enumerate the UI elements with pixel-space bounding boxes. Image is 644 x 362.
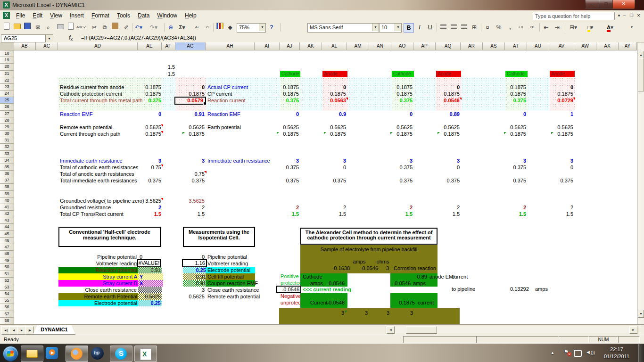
cell-sheet-r37-label[interactable]: Total immediate earth resistances xyxy=(60,178,137,184)
half-cell-row-label[interactable]: Stray current B xyxy=(58,280,138,287)
cell-series1-r25[interactable]: 0.0563 xyxy=(330,98,346,104)
iso-row-label[interactable]: Pipeline potential xyxy=(207,254,247,260)
cell-sheet-af20[interactable]: 1.5 xyxy=(168,64,175,70)
cell-sheet-r27-ag[interactable]: 0.91 xyxy=(195,111,205,117)
cell-series0-r23[interactable]: 0.1875 xyxy=(283,84,299,90)
row-header-20[interactable]: 20 xyxy=(0,64,14,70)
row-header-39[interactable]: 39 xyxy=(0,191,14,197)
half-cell-row-label[interactable]: Electrode potential xyxy=(58,300,138,306)
half-cell-row-label[interactable]: Voltmeter reading xyxy=(58,260,137,267)
cell-sheet-r27-ah[interactable]: Reaction EMF xyxy=(207,111,240,117)
cell-sheet-r42-label[interactable]: Total CP Trans/Rect current xyxy=(60,211,124,217)
cell-series1-r37[interactable]: 0.375 xyxy=(333,178,346,184)
current-value[interactable]: -0.0546 xyxy=(316,300,345,306)
iso-row-label[interactable]: Close earth resistance xyxy=(207,287,259,293)
cell-series4-r41[interactable]: 2 xyxy=(523,205,526,211)
cell-sheet-r25-ah[interactable]: Reaction current xyxy=(207,98,246,104)
cell-series3-r35[interactable]: 0 xyxy=(457,165,460,171)
half-cell-row-label[interactable]: Pipeline potential xyxy=(58,254,137,260)
row-header-56[interactable]: 56 xyxy=(0,304,14,311)
resistance-value[interactable]: 3 xyxy=(330,310,344,316)
cell-series1-r23[interactable]: 0 xyxy=(343,84,346,90)
power-icon[interactable] xyxy=(574,350,582,357)
cell-sheet-r42-ag[interactable]: 1.5 xyxy=(198,211,205,217)
column-header-AR[interactable]: AR xyxy=(461,42,483,50)
cell-series4-r37[interactable]: 0.375 xyxy=(513,178,526,184)
row-header-40[interactable]: 40 xyxy=(0,197,14,204)
column-header-AD[interactable]: AD xyxy=(58,42,138,50)
cell-sheet-r35-label[interactable]: Total of cathodic earth resistances xyxy=(60,165,138,171)
next-sheet-icon[interactable]: ► xyxy=(17,326,26,335)
cell-series5-r30[interactable]: 0.1875 xyxy=(557,131,573,137)
cell-series2-r24[interactable]: 0.1875 xyxy=(396,91,413,97)
anode-amps-value[interactable]: -0.0546 xyxy=(382,280,411,287)
cell-series1-r34[interactable]: 3 xyxy=(343,158,346,164)
row-header-29[interactable]: 29 xyxy=(0,124,14,131)
cell-series5-r25[interactable]: 0.0729 xyxy=(557,98,573,104)
cell-series0-r35[interactable]: 0.375 xyxy=(286,165,299,171)
cell-series1-r24[interactable]: 0.1875 xyxy=(330,91,346,97)
cell-series3-r29[interactable]: 0.5625 xyxy=(444,124,460,131)
cell-sheet-r29-ag[interactable]: 0.5625 xyxy=(189,124,205,131)
worksheet[interactable]: Conventional 'Half-cell' electrode measu… xyxy=(0,0,644,362)
row-header-50[interactable]: 50 xyxy=(0,264,14,271)
row-header-28[interactable]: 28 xyxy=(0,117,14,124)
cell-series5-r41[interactable]: 2 xyxy=(570,205,573,211)
column-header-AT[interactable]: AT xyxy=(505,42,527,50)
scroll-left-icon[interactable]: ◄ xyxy=(387,326,395,334)
column-header-AV[interactable]: AV xyxy=(549,42,574,50)
iso-row-label[interactable]: Electrode potential xyxy=(206,267,255,273)
cell-sheet-r42-ae[interactable]: 1.5 xyxy=(154,211,161,217)
half-cell-row-label[interactable]: Stray current A xyxy=(58,273,138,280)
row-header-48[interactable]: 48 xyxy=(0,251,14,257)
iso-row-value[interactable]: 0.25 xyxy=(183,267,207,273)
cell-series2-r35[interactable]: 0.375 xyxy=(399,165,413,171)
column-header-AC[interactable]: AC xyxy=(36,42,58,50)
cell-sheet-r34-ah[interactable]: Immediate earth resistance xyxy=(207,158,270,164)
cell-series1-r35[interactable]: 0 xyxy=(343,165,346,171)
half-cell-row-value[interactable]: 0.25 xyxy=(138,300,162,306)
scroll-up-icon[interactable]: ▲ xyxy=(638,51,644,59)
row-header-35[interactable]: 35 xyxy=(0,164,14,171)
column-header-AN[interactable]: AN xyxy=(369,42,391,50)
cell-series0-r24[interactable]: 0.1875 xyxy=(283,91,299,97)
cell-series0-r37[interactable]: 0.375 xyxy=(286,178,299,184)
column-header-AO[interactable]: AO xyxy=(391,42,413,50)
iso-row-label[interactable]: Voltmeter reading xyxy=(207,260,248,267)
cell-sheet-r29-ae[interactable]: 0.5625 xyxy=(145,124,161,131)
taskbar-windows-explorer[interactable] xyxy=(21,346,43,362)
row-header-55[interactable]: 55 xyxy=(0,297,14,304)
taskbar-skype[interactable]: S xyxy=(110,346,132,362)
cell-sheet-r24-ae[interactable]: 0.1875 xyxy=(145,91,161,97)
pipe-current-value[interactable]: 0.1875 xyxy=(387,300,415,306)
column-header-AB[interactable]: AB xyxy=(14,42,36,50)
row-header-22[interactable]: 22 xyxy=(0,77,14,84)
column-header-AE[interactable]: AE xyxy=(138,42,162,50)
half-cell-row-value[interactable]: 0.91 xyxy=(138,267,162,273)
scroll-down-icon[interactable]: ▼ xyxy=(638,310,644,318)
row-header-27[interactable]: 27 xyxy=(0,111,14,117)
row-header-47[interactable]: 47 xyxy=(0,244,14,251)
row-header-34[interactable]: 34 xyxy=(0,157,14,164)
cell-series2-r27[interactable]: 0 xyxy=(410,111,413,117)
cell-series5-r37[interactable]: 0.375 xyxy=(560,178,573,184)
cell-sheet-r40-label[interactable]: Groundbed voltage( to pipeline zero) xyxy=(60,198,144,204)
column-header-AL[interactable]: AL xyxy=(322,42,347,50)
cell-sheet-r30-ae[interactable]: 0.1875 xyxy=(145,131,161,137)
cell-series2-r37[interactable]: 0.375 xyxy=(399,178,413,184)
cell-series1-r27[interactable]: 0.9 xyxy=(339,111,346,117)
cell-series0-r25[interactable]: 0.375 xyxy=(286,98,299,104)
column-header-AG[interactable]: AG xyxy=(175,42,206,50)
cell-series5-r34[interactable]: 3 xyxy=(570,158,573,164)
electrolyte-value[interactable]: -0.1638 xyxy=(322,265,350,272)
fill-handle[interactable] xyxy=(203,102,206,105)
sheet-tab-dynamic1[interactable]: DYNAMIC1 xyxy=(33,325,75,335)
cell-sheet-r30-label[interactable]: Current through each path xyxy=(60,131,120,137)
cell-series2-r42[interactable]: 1.5 xyxy=(405,211,413,217)
row-header-26[interactable]: 26 xyxy=(0,104,14,110)
column-header-AF[interactable]: AF xyxy=(162,42,175,50)
row-header-21[interactable]: 21 xyxy=(0,71,14,77)
start-button[interactable] xyxy=(3,346,18,362)
anode-emf-value[interactable]: 0.89 xyxy=(408,274,427,280)
cell-sheet-r40-ag[interactable]: 3.5625 xyxy=(189,198,205,204)
